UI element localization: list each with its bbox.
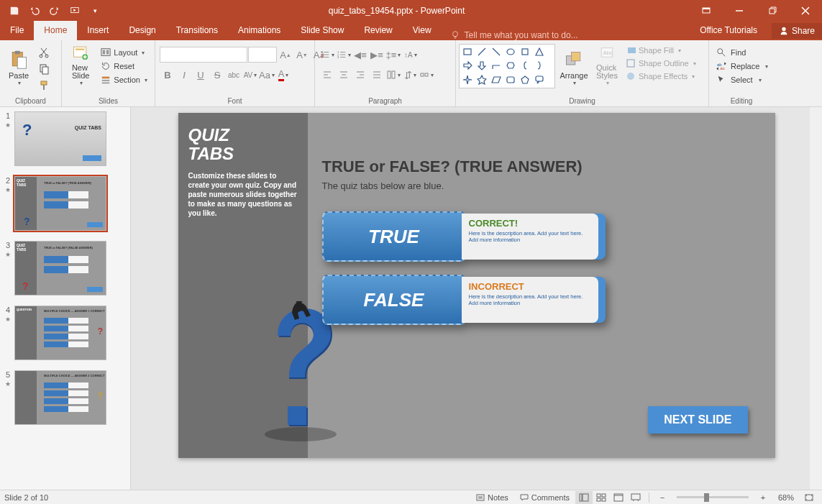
align-center-button[interactable] bbox=[336, 67, 352, 83]
find-button[interactable]: Find bbox=[712, 46, 750, 59]
close-button[interactable] bbox=[789, 1, 822, 21]
zoom-slider[interactable] bbox=[677, 496, 749, 498]
copy-button[interactable] bbox=[36, 61, 52, 77]
shapes-gallery[interactable] bbox=[459, 44, 555, 88]
tab-home[interactable]: Home bbox=[34, 21, 77, 40]
tab-animations[interactable]: Animations bbox=[228, 21, 291, 40]
cut-button[interactable] bbox=[36, 45, 52, 60]
justify-button[interactable] bbox=[369, 67, 385, 83]
zoom-out-button[interactable]: − bbox=[654, 491, 671, 504]
shape-pentagon[interactable] bbox=[519, 74, 531, 86]
font-family-select[interactable] bbox=[160, 47, 247, 63]
slide-thumbnails-panel[interactable]: 1★ ? QUIZ TABS 2★ QUIZTABS TRUE or FALSE… bbox=[0, 107, 131, 490]
slide-sorter-button[interactable] bbox=[593, 491, 610, 504]
redo-button[interactable] bbox=[46, 2, 63, 19]
character-spacing-button[interactable]: AV▾ bbox=[242, 67, 258, 83]
smartart-button[interactable]: ▾ bbox=[419, 67, 434, 83]
shape-round-rect[interactable] bbox=[504, 74, 517, 86]
shape-star5[interactable] bbox=[475, 74, 488, 86]
slide-canvas-area[interactable]: QUIZTABS Customize these slides to creat… bbox=[131, 107, 822, 490]
notes-button[interactable]: Notes bbox=[470, 493, 514, 502]
font-color-button[interactable]: A▾ bbox=[275, 67, 291, 83]
shape-star4[interactable] bbox=[461, 74, 474, 86]
numbering-button[interactable]: 123▾ bbox=[336, 47, 352, 63]
office-tutorials-link[interactable]: Office Tutorials bbox=[690, 21, 767, 40]
tab-view[interactable]: View bbox=[403, 21, 442, 40]
tab-transitions[interactable]: Transitions bbox=[166, 21, 228, 40]
ribbon-display-button[interactable] bbox=[690, 1, 723, 21]
comments-button[interactable]: Comments bbox=[514, 493, 575, 502]
thumbnail-1[interactable]: ? QUIZ TABS bbox=[14, 111, 106, 166]
text-direction-button[interactable]: ↕A▾ bbox=[402, 47, 418, 63]
save-button[interactable] bbox=[6, 2, 23, 19]
tab-review[interactable]: Review bbox=[354, 21, 402, 40]
shape-arrow-r[interactable] bbox=[461, 60, 474, 71]
shape-line2[interactable] bbox=[490, 46, 503, 58]
file-tab[interactable]: File bbox=[0, 21, 34, 40]
thumbnail-2[interactable]: QUIZTABS TRUE or FALSE? (TRUE ANSWER) ? bbox=[14, 176, 106, 231]
bold-button[interactable]: B bbox=[160, 67, 175, 83]
align-right-button[interactable] bbox=[352, 67, 368, 83]
shape-square[interactable] bbox=[519, 46, 531, 58]
bullets-button[interactable]: ▾ bbox=[319, 47, 335, 63]
underline-button[interactable]: U bbox=[193, 67, 209, 83]
slideshow-view-button[interactable] bbox=[627, 491, 644, 504]
shape-parallelogram[interactable] bbox=[490, 74, 503, 86]
shape-callout[interactable] bbox=[533, 74, 546, 86]
slide[interactable]: QUIZTABS Customize these slides to creat… bbox=[178, 113, 775, 458]
canvas-scrollbar[interactable] bbox=[810, 107, 822, 490]
shape-lbrace[interactable] bbox=[519, 60, 531, 71]
paste-button[interactable]: Paste ▾ bbox=[3, 42, 35, 89]
change-case-button[interactable]: Aa▾ bbox=[259, 67, 275, 83]
strikethrough-button[interactable]: S bbox=[209, 67, 225, 83]
reset-button[interactable]: Reset bbox=[98, 60, 150, 73]
text-shadow-button[interactable]: abc bbox=[226, 67, 242, 83]
reading-view-button[interactable] bbox=[610, 491, 627, 504]
thumbnail-3[interactable]: QUIZTABS TRUE or FALSE? (FALSE ANSWER) ? bbox=[14, 241, 106, 295]
share-button[interactable]: Share bbox=[772, 23, 822, 39]
tell-me-search[interactable]: Tell me what you want to do... bbox=[442, 30, 690, 40]
quick-styles-button[interactable]: Abc Quick Styles ▾ bbox=[591, 42, 623, 89]
new-slide-button[interactable]: New Slide ▾ bbox=[65, 42, 96, 89]
align-left-button[interactable] bbox=[319, 67, 335, 83]
shape-fill-button[interactable]: Shape Fill▾ bbox=[624, 44, 698, 57]
columns-button[interactable]: ▾ bbox=[385, 67, 401, 83]
align-text-button[interactable]: ⇵▾ bbox=[402, 67, 418, 83]
replace-button[interactable]: abacReplace▾ bbox=[712, 60, 772, 73]
shape-rect[interactable] bbox=[461, 46, 474, 58]
line-spacing-button[interactable]: ‡≡▾ bbox=[385, 47, 401, 63]
zoom-in-button[interactable]: + bbox=[754, 491, 772, 504]
shape-triangle[interactable] bbox=[533, 46, 546, 58]
normal-view-button[interactable] bbox=[575, 491, 593, 504]
shape-outline-button[interactable]: Shape Outline▾ bbox=[624, 57, 698, 70]
shape-elbow[interactable] bbox=[490, 60, 503, 71]
minimize-button[interactable] bbox=[723, 1, 756, 21]
italic-button[interactable]: I bbox=[176, 67, 192, 83]
font-size-select[interactable] bbox=[248, 47, 277, 63]
decrease-font-button[interactable]: A▼ bbox=[294, 47, 310, 63]
zoom-level[interactable]: 68% bbox=[772, 493, 800, 502]
qat-customize-button[interactable]: ▾ bbox=[86, 2, 104, 19]
next-slide-button[interactable]: NEXT SLIDE bbox=[648, 406, 747, 434]
decrease-indent-button[interactable]: ◀≡ bbox=[352, 47, 368, 63]
section-button[interactable]: Section▾ bbox=[98, 73, 150, 86]
layout-button[interactable]: Layout▾ bbox=[98, 46, 150, 59]
tab-insert[interactable]: Insert bbox=[77, 21, 119, 40]
start-from-beginning-button[interactable] bbox=[66, 2, 83, 19]
shape-hex[interactable] bbox=[504, 60, 517, 71]
format-painter-button[interactable] bbox=[36, 78, 52, 93]
arrange-button[interactable]: Arrange ▾ bbox=[557, 42, 591, 89]
increase-font-button[interactable]: A▲ bbox=[278, 47, 293, 63]
thumbnail-4[interactable]: QUESTION MULTIPLE CHOICE — ANSWER 1 CORR… bbox=[14, 306, 106, 360]
thumbnail-5[interactable]: MULTIPLE CHOICE — ANSWER 2 CORRECT ? bbox=[14, 370, 106, 425]
undo-button[interactable] bbox=[26, 2, 43, 19]
select-button[interactable]: Select▾ bbox=[712, 73, 766, 86]
tab-slide-show[interactable]: Slide Show bbox=[291, 21, 354, 40]
shape-arrow-d[interactable] bbox=[475, 60, 488, 71]
restore-button[interactable] bbox=[756, 1, 789, 21]
fit-to-window-button[interactable] bbox=[800, 491, 818, 504]
shape-effects-button[interactable]: Shape Effects▾ bbox=[624, 70, 698, 83]
increase-indent-button[interactable]: ▶≡ bbox=[369, 47, 385, 63]
shape-oval[interactable] bbox=[504, 46, 517, 58]
shape-rbrace[interactable] bbox=[533, 60, 546, 71]
